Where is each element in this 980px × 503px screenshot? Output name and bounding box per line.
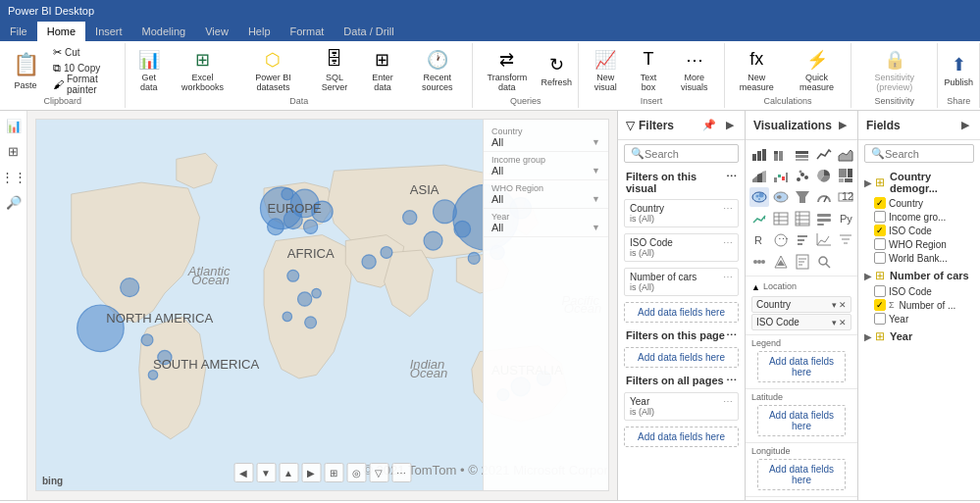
viz-more-icon[interactable] <box>749 252 769 272</box>
filter-year-all-dots[interactable]: ⋯ <box>723 396 733 407</box>
field-item-world-bank[interactable]: World Bank... <box>858 251 980 265</box>
filter-field-iso[interactable]: ISO Code ⋯ is (All) <box>624 233 739 262</box>
enter-data-button[interactable]: ⊞ Enter data <box>361 45 405 94</box>
field-item-num-of-cars[interactable]: ✓ Σ Number of ... <box>858 298 980 312</box>
field-group-year-header[interactable]: ▶ ⊞ Year <box>858 327 980 345</box>
filters-on-page-dots[interactable]: ⋯ <box>726 329 737 342</box>
field-group-country-demogr-header[interactable]: ▶ ⊞ Country demogr... <box>858 169 980 196</box>
filters-search-input[interactable] <box>645 148 745 160</box>
fields-search-input[interactable] <box>885 148 980 160</box>
get-data-button[interactable]: 📊 Get data <box>129 45 167 94</box>
map-nav-focus[interactable]: ◎ <box>346 463 366 482</box>
viz-format-icon[interactable] <box>793 230 812 250</box>
transform-data-button[interactable]: ⇄ Transform data <box>477 45 537 94</box>
viz-gauge-icon[interactable] <box>814 187 834 207</box>
filter-iso-dots[interactable]: ⋯ <box>723 237 733 248</box>
filters-on-all-dots[interactable]: ⋯ <box>726 375 737 387</box>
sensitivity-button[interactable]: 🔒 Sensitivity (preview) <box>855 45 933 94</box>
canvas-filter-income-value[interactable]: All ▼ <box>491 165 600 176</box>
map-nav-more[interactable]: ⋯ <box>391 463 411 482</box>
field-item-income[interactable]: Income gro... <box>858 210 980 224</box>
filter-field-cars[interactable]: Number of cars ⋯ is (All) <box>624 268 739 296</box>
field-income-checkbox[interactable] <box>874 211 886 223</box>
map-nav-next[interactable]: ▶ <box>301 463 321 482</box>
filter-field-country[interactable]: Country ⋯ is (All) <box>624 199 739 227</box>
viz-report-icon[interactable] <box>793 252 812 272</box>
sidebar-model-icon[interactable]: ⋮⋮ <box>3 166 25 187</box>
viz-pie-chart-icon[interactable] <box>814 166 834 185</box>
tab-help[interactable]: Help <box>238 22 281 41</box>
canvas-filter-year-value[interactable]: All ▼ <box>491 222 600 233</box>
field-who-checkbox[interactable] <box>874 238 886 250</box>
filter-field-year-all[interactable]: Year ⋯ is (All) <box>624 392 739 421</box>
filter-country-dots[interactable]: ⋯ <box>723 203 733 214</box>
viz-filter-viz-icon[interactable] <box>836 230 855 250</box>
tab-view[interactable]: View <box>195 22 238 41</box>
map-nav-down[interactable]: ▼ <box>256 463 276 482</box>
field-group-num-cars-header[interactable]: ▶ ⊞ Number of cars <box>858 267 980 284</box>
recent-sources-button[interactable]: 🕐 Recent sources <box>406 45 468 94</box>
sql-server-button[interactable]: 🗄 SQL Server <box>311 45 359 94</box>
viz-r-icon[interactable]: R <box>749 230 769 250</box>
viz-bar-chart-icon[interactable] <box>749 144 769 164</box>
paste-button[interactable]: 📋 Paste <box>4 45 47 94</box>
field-country-checkbox[interactable]: ✓ <box>874 197 886 209</box>
viz-waterfall-icon[interactable] <box>771 166 791 185</box>
field-item-who-region[interactable]: WHO Region <box>858 237 980 251</box>
viz-kpi-icon[interactable] <box>749 209 769 228</box>
tab-modeling[interactable]: Modeling <box>132 22 196 41</box>
add-latitude-button[interactable]: Add data fields here <box>757 405 846 436</box>
viz-slicer-icon[interactable] <box>814 209 834 228</box>
viz-area-chart-icon[interactable] <box>836 144 855 164</box>
canvas-filter-who-value[interactable]: All ▼ <box>491 193 600 205</box>
viz-treemap-icon[interactable] <box>836 166 855 185</box>
field-num-cars-checkbox[interactable]: ✓ <box>874 299 886 311</box>
viz-search-viz-icon[interactable] <box>814 252 834 272</box>
tab-data-drill[interactable]: Data / Drill <box>334 22 403 41</box>
viz-python-icon[interactable]: Py <box>836 209 855 228</box>
cut-button[interactable]: ✂ Cut <box>49 45 121 60</box>
viz-filled-map-icon[interactable] <box>771 187 791 207</box>
viz-matrix-icon[interactable] <box>793 209 812 228</box>
viz-map-icon[interactable] <box>749 187 769 207</box>
text-box-button[interactable]: T Text box <box>630 45 666 94</box>
quick-measure-button[interactable]: ⚡ Quick measure <box>787 45 847 94</box>
location-collapse-icon[interactable]: ▲ <box>751 282 760 292</box>
viz-funnel-icon[interactable] <box>793 187 812 207</box>
tab-insert[interactable]: Insert <box>85 22 132 41</box>
location-iso-item[interactable]: ISO Code ▾ ✕ <box>751 314 851 330</box>
new-visual-button[interactable]: 📈 New visual <box>583 45 628 94</box>
sidebar-dax-icon[interactable]: 🔎 <box>3 191 25 213</box>
location-iso-remove[interactable]: ✕ <box>839 318 847 327</box>
field-item-iso[interactable]: ✓ ISO Code <box>858 224 980 237</box>
location-iso-dropdown[interactable]: ▾ <box>832 318 837 327</box>
fields-collapse-icon[interactable]: ▶ <box>958 118 972 132</box>
map-nav-prev[interactable]: ◀ <box>233 463 253 482</box>
tab-home[interactable]: Home <box>37 22 85 41</box>
sidebar-data-icon[interactable]: ⊞ <box>3 140 25 162</box>
viz-line-chart-icon[interactable] <box>814 144 834 164</box>
add-longitude-button[interactable]: Add data fields here <box>757 459 846 490</box>
viz-expand-icon[interactable]: ▶ <box>836 118 850 132</box>
field-num-iso-checkbox[interactable] <box>874 285 886 297</box>
tab-file[interactable]: File <box>0 22 37 41</box>
field-item-country[interactable]: ✓ Country <box>858 196 980 210</box>
field-num-year-checkbox[interactable] <box>874 313 886 325</box>
canvas-inner[interactable]: NORTH AMERICA SOUTH AMERICA EUROPE AFRIC… <box>35 119 609 491</box>
filters-collapse-icon[interactable]: ▶ <box>723 118 737 132</box>
location-country-remove[interactable]: ✕ <box>839 300 847 310</box>
viz-stacked-bar-icon[interactable] <box>771 144 791 164</box>
field-item-num-iso[interactable]: ISO Code <box>858 284 980 298</box>
filters-pin-icon[interactable]: 📌 <box>699 118 719 132</box>
field-world-bank-checkbox[interactable] <box>874 252 886 264</box>
powerbi-datasets-button[interactable]: ⬡ Power BI datasets <box>237 45 308 94</box>
location-country-dropdown[interactable]: ▾ <box>832 300 837 310</box>
add-field-page-button[interactable]: Add data fields here <box>624 347 739 368</box>
sidebar-report-icon[interactable]: 📊 <box>3 115 25 136</box>
tab-format[interactable]: Format <box>281 22 335 41</box>
viz-custom-icon[interactable]: ⋯ <box>771 230 791 250</box>
publish-button[interactable]: ⬆ Publish <box>940 45 977 94</box>
field-iso-checkbox[interactable]: ✓ <box>874 225 886 236</box>
map-nav-fit[interactable]: ⊞ <box>324 463 343 482</box>
map-nav-filter[interactable]: ▽ <box>369 463 388 482</box>
